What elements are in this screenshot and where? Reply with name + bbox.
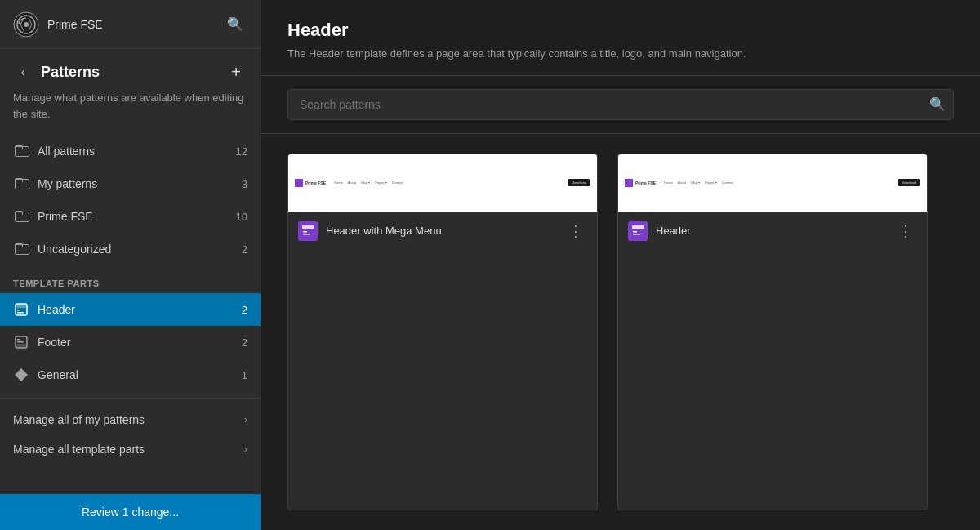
main-content: Header The Header template defines a pag…: [261, 0, 980, 530]
template-parts-list: Header 2 Footer 2 G: [0, 293, 261, 391]
nav-item-count: 10: [236, 211, 247, 223]
pattern-more-button[interactable]: ⋮: [564, 220, 587, 243]
manage-patterns-link[interactable]: Manage all of my patterns ›: [0, 405, 261, 434]
template-part-icon: [13, 301, 29, 318]
svg-rect-10: [17, 341, 24, 343]
nav-item-label: My patterns: [38, 177, 97, 190]
folder-icon: [13, 176, 29, 192]
nav-item-label: Uncategorized: [38, 243, 111, 256]
svg-rect-9: [17, 339, 20, 341]
topbar-search-button[interactable]: 🔍: [223, 12, 247, 37]
nav-item-count: 1: [242, 369, 247, 381]
nav-item-prime-fse[interactable]: Prime FSE 10: [0, 200, 261, 233]
nav-item-footer[interactable]: Footer 2: [0, 326, 261, 359]
nav-item-uncategorized[interactable]: Uncategorized 2: [0, 233, 261, 265]
pattern-info: Header ⋮: [618, 212, 927, 251]
svg-rect-17: [633, 231, 637, 233]
pattern-preview: Prime FSE Home About Blog ▾ Pages ▾ Cont…: [618, 154, 927, 212]
search-bar: 🔍: [261, 76, 980, 134]
preview-logo: Prime FSE: [295, 179, 326, 187]
nav-item-count: 2: [242, 304, 247, 316]
search-submit-button[interactable]: 🔍: [929, 96, 946, 112]
svg-point-2: [24, 22, 29, 27]
manage-links-list: Manage all of my patterns › Manage all t…: [0, 405, 261, 464]
add-pattern-button[interactable]: +: [225, 60, 247, 83]
pattern-name: Header: [656, 225, 886, 237]
nav-item-label: Footer: [38, 336, 70, 349]
pattern-info: Header with Mega Menu ⋮: [288, 212, 597, 251]
search-input-wrap: 🔍: [287, 89, 954, 120]
review-changes-button[interactable]: Review 1 change...: [0, 494, 261, 530]
wordpress-logo: [13, 11, 39, 38]
nav-item-all-patterns[interactable]: All patterns 12: [0, 135, 261, 167]
svg-rect-16: [632, 225, 644, 229]
preview-download-btn: Download: [898, 179, 920, 186]
main-header: Header The Header template defines a pag…: [261, 0, 980, 76]
svg-rect-14: [303, 234, 310, 235]
nav-item-count: 12: [236, 145, 247, 158]
svg-rect-13: [303, 231, 307, 233]
sidebar-header: ‹ Patterns +: [0, 49, 261, 90]
svg-rect-8: [16, 344, 27, 348]
pattern-type-icon: [628, 221, 648, 241]
nav-item-label: All patterns: [38, 145, 95, 158]
nav-item-header[interactable]: Header 2: [0, 293, 261, 326]
sidebar: Prime FSE 🔍 ‹ Patterns + Manage what pat…: [0, 0, 261, 530]
preview-nav: Home About Blog ▾ Pages ▾ Contact: [334, 180, 568, 185]
svg-rect-6: [17, 312, 24, 314]
pattern-more-button[interactable]: ⋮: [894, 220, 917, 243]
site-name: Prime FSE: [47, 18, 215, 31]
nav-item-count: 3: [242, 178, 247, 190]
chevron-right-icon: ›: [244, 443, 247, 455]
sidebar-topbar: Prime FSE 🔍: [0, 0, 261, 49]
folder-icon: [13, 241, 29, 257]
patterns-grid: Prime FSE Home About Blog ▾ Pages ▾ Cont…: [261, 134, 980, 531]
nav-item-label: General: [38, 368, 78, 381]
svg-rect-4: [16, 304, 27, 308]
svg-rect-5: [17, 310, 20, 311]
template-part-icon: [13, 334, 29, 350]
divider: [0, 398, 261, 399]
search-input[interactable]: [287, 89, 954, 120]
pattern-card-header: Prime FSE Home About Blog ▾ Pages ▾ Cont…: [617, 154, 928, 511]
manage-template-parts-link[interactable]: Manage all template parts ›: [0, 434, 261, 464]
sidebar-content: ‹ Patterns + Manage what patterns are av…: [0, 49, 261, 530]
sidebar-title: Patterns: [41, 64, 216, 81]
pattern-categories-list: All patterns 12 My patterns 3 Prime FSE …: [0, 135, 261, 265]
pattern-name: Header with Mega Menu: [326, 225, 556, 237]
folder-icon: [13, 208, 29, 225]
svg-rect-12: [302, 225, 314, 229]
nav-item-label: Prime FSE: [38, 210, 93, 223]
page-subtitle: The Header template defines a page area …: [287, 46, 954, 62]
template-parts-label: TEMPLATE PARTS: [0, 265, 261, 293]
back-button[interactable]: ‹: [13, 62, 33, 82]
general-icon: [13, 367, 29, 383]
folder-icon: [13, 143, 29, 159]
nav-item-my-patterns[interactable]: My patterns 3: [0, 167, 261, 200]
pattern-preview: Prime FSE Home About Blog ▾ Pages ▾ Cont…: [288, 154, 597, 212]
svg-rect-18: [633, 234, 640, 235]
preview-download-btn: Download: [568, 179, 590, 186]
chevron-right-icon: ›: [244, 414, 247, 425]
nav-item-general[interactable]: General 1: [0, 359, 261, 391]
pattern-type-icon: [298, 221, 318, 241]
pattern-card-header-mega-menu: Prime FSE Home About Blog ▾ Pages ▾ Cont…: [287, 154, 598, 511]
preview-logo: Prime FSE: [625, 179, 656, 187]
manage-template-parts-label: Manage all template parts: [13, 443, 145, 456]
nav-item-count: 2: [242, 243, 247, 256]
nav-item-label: Header: [38, 303, 75, 316]
page-title: Header: [287, 20, 954, 41]
nav-item-count: 2: [242, 336, 247, 349]
sidebar-description: Manage what patterns are available when …: [0, 90, 261, 135]
preview-nav: Home About Blog ▾ Pages ▾ Contact: [664, 180, 898, 185]
manage-patterns-label: Manage all of my patterns: [13, 413, 145, 426]
